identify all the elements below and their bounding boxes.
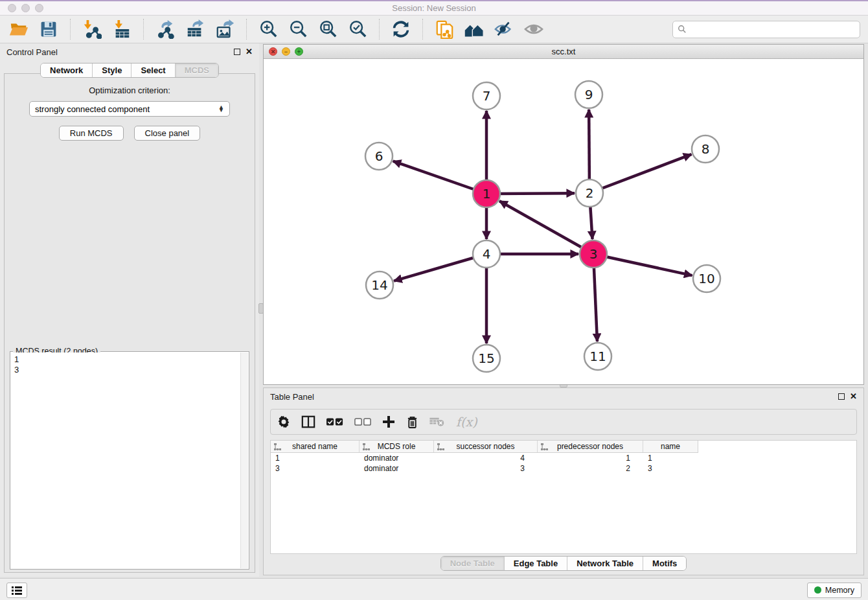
table-cell[interactable]: 4 <box>434 454 538 463</box>
close-panel-icon[interactable]: ✕ <box>246 49 253 55</box>
tab-network[interactable]: Network <box>41 63 92 77</box>
function-builder-icon[interactable]: f(x) <box>456 415 477 429</box>
graph-node-label-2: 2 <box>586 185 594 201</box>
table-cell[interactable]: dominator <box>360 454 434 463</box>
table-row[interactable]: 3dominator323 <box>271 463 856 474</box>
control-panel-tabs: NetworkStyleSelectMCDS <box>40 63 219 78</box>
tab-node-table[interactable]: Node Table <box>441 557 504 570</box>
zoom-fit-icon[interactable] <box>317 19 339 40</box>
deselect-all-icon[interactable] <box>354 417 371 426</box>
table-body: 1dominator4113dominator323 <box>271 453 856 474</box>
table-cell[interactable]: dominator <box>360 464 434 473</box>
toolbar-separator <box>70 19 71 40</box>
main-toolbar <box>0 16 868 43</box>
column-header-label: name <box>661 442 680 451</box>
control-panel: Control Panel ✕ NetworkStyleSelectMCDS O… <box>0 43 259 577</box>
column-header-label: successor nodes <box>456 442 514 451</box>
table-toolbar: f(x) <box>270 409 857 435</box>
network-canvas[interactable]: 7968124314101511 <box>264 59 863 384</box>
table-tabs: Node TableEdge TableNetwork TableMotifs <box>440 556 687 571</box>
graph-node-label-11: 11 <box>589 349 606 364</box>
search-box[interactable] <box>672 21 860 38</box>
column-header-name[interactable]: name <box>643 441 698 452</box>
criterion-select[interactable]: strongly connected component ▲▼ <box>29 101 230 117</box>
tab-edge-table[interactable]: Edge Table <box>504 557 567 570</box>
tab-select[interactable]: Select <box>131 63 174 77</box>
graph-edge-1-6[interactable] <box>393 161 486 194</box>
delete-table-icon[interactable] <box>429 417 445 427</box>
float-panel-icon[interactable] <box>234 49 240 55</box>
toolbar-separator <box>379 19 380 40</box>
graph-node-label-14: 14 <box>371 277 387 293</box>
column-header-label: MCDS role <box>378 442 416 451</box>
status-bar: Memory <box>0 578 868 600</box>
split-columns-icon[interactable] <box>301 415 315 429</box>
graph-node-label-6: 6 <box>375 148 383 164</box>
task-history-button[interactable] <box>6 583 27 598</box>
column-header-successor-nodes[interactable]: successor nodes <box>434 441 538 452</box>
save-session-icon[interactable] <box>38 19 60 40</box>
run-mcds-button[interactable]: Run MCDS <box>59 126 124 141</box>
memory-status-dot <box>814 586 821 594</box>
table-cell[interactable]: 1 <box>271 454 360 463</box>
memory-button[interactable]: Memory <box>807 583 862 598</box>
column-header-label: shared name <box>292 442 337 451</box>
clone-network-icon[interactable] <box>433 19 455 40</box>
add-column-icon[interactable] <box>382 415 395 428</box>
tab-network-table[interactable]: Network Table <box>567 557 643 570</box>
graph-edge-2-8[interactable] <box>589 154 691 193</box>
graph-node-label-8: 8 <box>702 141 710 157</box>
open-session-icon[interactable] <box>8 19 30 40</box>
graph-edge-4-14[interactable] <box>394 254 486 281</box>
graph-node-label-9: 9 <box>585 87 593 102</box>
table-cell[interactable]: 3 <box>643 464 698 473</box>
first-neighbors-icon[interactable] <box>463 19 485 40</box>
show-all-icon[interactable] <box>523 19 545 40</box>
network-window-title: scc.txt <box>264 47 863 56</box>
hide-selected-icon[interactable] <box>493 19 515 40</box>
mcds-result-scrollbar[interactable] <box>240 352 248 568</box>
table-cell[interactable]: 1 <box>643 454 698 463</box>
table-cell[interactable]: 3 <box>271 464 360 473</box>
graph-node-label-10: 10 <box>698 271 714 286</box>
search-input[interactable] <box>690 25 855 34</box>
zoom-out-icon[interactable] <box>287 19 309 40</box>
mcds-result-box: MCDS result (2 nodes) 1 3 <box>10 351 249 570</box>
tab-mcds[interactable]: MCDS <box>175 63 218 77</box>
import-network-icon[interactable] <box>81 19 103 40</box>
table-cell[interactable]: 2 <box>538 464 643 473</box>
zoom-selected-icon[interactable] <box>347 19 369 40</box>
zoom-in-icon[interactable] <box>257 19 279 40</box>
column-header-MCDS-role[interactable]: MCDS role <box>360 441 434 452</box>
close-table-panel-icon[interactable]: ✕ <box>850 393 857 400</box>
table-cell[interactable]: 1 <box>538 454 643 463</box>
mcds-result-text[interactable]: 1 3 <box>11 352 240 568</box>
import-table-icon[interactable] <box>111 19 133 40</box>
column-header-predecessor-nodes[interactable]: predecessor nodes <box>538 441 643 452</box>
table-row[interactable]: 1dominator411 <box>271 453 856 463</box>
graph-edge-3-1[interactable] <box>499 201 593 254</box>
toolbar-separator <box>246 19 247 40</box>
select-all-icon[interactable] <box>326 417 343 426</box>
list-icon <box>12 586 22 595</box>
graph-node-label-7: 7 <box>483 88 491 104</box>
graph-node-label-15: 15 <box>478 351 494 366</box>
export-image-icon[interactable] <box>214 19 236 40</box>
tab-style[interactable]: Style <box>92 63 131 77</box>
float-table-panel-icon[interactable] <box>838 393 845 400</box>
criterion-select-value: strongly connected component <box>35 104 150 114</box>
table-cell[interactable]: 3 <box>434 464 538 473</box>
tab-motifs[interactable]: Motifs <box>643 557 686 570</box>
delete-column-icon[interactable] <box>406 415 418 429</box>
close-panel-button[interactable]: Close panel <box>134 126 201 141</box>
graph-edge-3-10[interactable] <box>593 254 692 275</box>
graph-node-label-1: 1 <box>483 186 491 202</box>
column-header-shared-name[interactable]: shared name <box>271 441 360 452</box>
network-window-titlebar[interactable]: ✕ − + scc.txt <box>264 45 863 59</box>
gear-icon[interactable] <box>277 415 290 428</box>
chevron-updown-icon: ▲▼ <box>218 106 224 112</box>
export-network-icon[interactable] <box>154 19 176 40</box>
refresh-view-icon[interactable] <box>390 19 412 40</box>
export-table-icon[interactable] <box>184 19 206 40</box>
toolbar-separator <box>422 19 423 40</box>
